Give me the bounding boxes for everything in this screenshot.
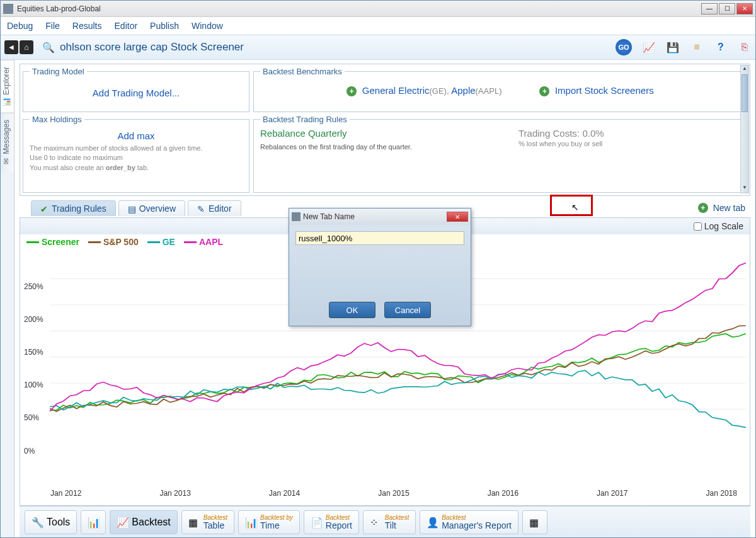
scatter-icon: ⁘ [370, 517, 381, 528]
panel-benchmarks: Backtest Benchmarks + General Electric(G… [253, 67, 747, 112]
legend-trading-rules: Backtest Trading Rules [260, 115, 350, 124]
legend-ge: GE [147, 237, 175, 247]
pencil-icon: ✎ [197, 204, 206, 213]
sidetab-label: Messages [2, 120, 11, 154]
bars-icon: 📊 [245, 517, 256, 528]
tab-overview[interactable]: ▤Overview [118, 200, 185, 216]
table-icon: ▦ [188, 517, 200, 528]
menu-debug[interactable]: Debug [7, 21, 33, 31]
legend-screener: Screener [26, 237, 79, 247]
benchmark-ge[interactable]: General Electric [362, 85, 430, 96]
list-icon[interactable]: ≡ [690, 40, 704, 54]
help-icon[interactable]: ? [714, 40, 728, 54]
legend-aapl: AAPL [184, 237, 223, 247]
benchmark-aapl[interactable]: Apple [451, 85, 475, 96]
report-icon: 📄 [311, 517, 322, 528]
titlebar: Equities Lab-prod-Global — ☐ ✕ [1, 1, 755, 17]
bottom-bar: 🔧Tools 📊 📈Backtest ▦BacktestTable 📊Backt… [20, 506, 750, 537]
minimize-button[interactable]: — [701, 3, 718, 14]
bottom-chart1[interactable]: 📊 [81, 510, 106, 534]
menu-editor[interactable]: Editor [115, 21, 138, 31]
app-icon [3, 4, 13, 14]
plus-icon[interactable]: + [346, 86, 357, 96]
ok-button[interactable]: OK [329, 302, 375, 318]
barchart-icon: 📊 [88, 517, 99, 528]
rebalance-desc: Rebalances on the first trading day of t… [260, 142, 468, 152]
window-title: Equities Lab-prod-Global [17, 4, 701, 13]
benchmark-list: + General Electric(GE), Apple(AAPL) [346, 85, 501, 96]
panel-scrollbar[interactable]: ▲▼ [740, 65, 749, 193]
tab-trading-rules[interactable]: ✔Trading Rules [31, 200, 116, 216]
panel-trading-rules: Backtest Trading Rules Rebalance Quarter… [253, 115, 747, 193]
toolbar-title: ohlson score large cap Stock Screener [60, 41, 616, 54]
bottom-tools[interactable]: 🔧Tools [25, 510, 77, 534]
trading-costs: Trading Costs: 0.0% [518, 128, 604, 139]
cancel-button[interactable]: Cancel [384, 302, 431, 318]
legend-trading-model: Trading Model [30, 67, 87, 76]
dialog-titlebar[interactable]: New Tab Name ✕ [289, 209, 471, 225]
menubar: Debug File Results Editor Publish Window [1, 17, 755, 35]
add-trading-model-link[interactable]: Add Trading Model... [30, 80, 243, 106]
bottom-managers-report[interactable]: 👤BacktestManager's Report [420, 510, 518, 534]
plus-icon: + [698, 203, 708, 213]
bottom-extra[interactable]: ▦ [522, 510, 547, 534]
nav-home-button[interactable]: ⌂ [20, 40, 33, 54]
bottom-table[interactable]: ▦BacktestTable [181, 510, 234, 534]
max-holdings-desc1: The maximum number of stocks allowed at … [30, 144, 243, 153]
wrench-icon: 🔧 [32, 517, 43, 528]
trading-costs-desc: % lost when you buy or sell [518, 139, 604, 149]
dialog-close-button[interactable]: ✕ [447, 212, 468, 222]
check-icon: ✔ [40, 204, 49, 213]
new-tab-button[interactable]: +New tab [698, 203, 745, 213]
chart-icon[interactable]: 📈 [642, 40, 656, 54]
exit-icon[interactable]: ⎘ [738, 40, 752, 54]
sidetab-messages[interactable]: ✉Messages [1, 113, 14, 172]
legend-sp500: S&P 500 [88, 237, 139, 247]
max-holdings-desc3: You must also create an order_by tab. [30, 163, 243, 173]
tab-name-input[interactable] [295, 231, 464, 245]
x-axis: Jan 2012Jan 2013Jan 2014Jan 2015Jan 2016… [20, 488, 750, 501]
add-max-link[interactable]: Add max [30, 128, 243, 144]
cursor-icon: ↖ [571, 202, 579, 212]
screener-icon: 🔍 [41, 42, 56, 53]
legend-max-holdings: Max Holdings [30, 115, 84, 124]
panels: Trading Model Add Trading Model... Max H… [20, 64, 750, 196]
go-button[interactable]: GO [616, 39, 632, 55]
sidetab-label: Explorer [2, 67, 11, 95]
log-scale-checkbox[interactable]: Log Scale [694, 221, 743, 231]
bottom-report[interactable]: 📄BacktestReport [304, 510, 359, 534]
tab-editor[interactable]: ✎Editor [188, 200, 241, 216]
person-icon: 👤 [427, 517, 438, 528]
sidetab-explorer[interactable]: 📊Explorer [1, 60, 14, 113]
nav-back-button[interactable]: ◄ [4, 40, 18, 54]
panel-trading-model: Trading Model Add Trading Model... [23, 67, 249, 112]
legend-benchmarks: Backtest Benchmarks [260, 67, 345, 76]
bottom-time[interactable]: 📊Backtest byTime [238, 510, 300, 534]
menu-file[interactable]: File [45, 21, 60, 31]
new-tab-dialog: New Tab Name ✕ OK Cancel [289, 208, 471, 326]
doc-icon: ▤ [128, 204, 137, 213]
side-tabs: 📊Explorer ✉Messages [1, 60, 14, 537]
toolbar: ◄ ⌂ 🔍 ohlson score large cap Stock Scree… [1, 35, 755, 60]
linechart-icon: 📈 [117, 517, 128, 528]
menu-publish[interactable]: Publish [150, 21, 179, 31]
grid-icon: ▦ [529, 517, 541, 528]
save-icon[interactable]: 💾 [666, 40, 680, 54]
menu-window[interactable]: Window [192, 21, 223, 31]
close-button[interactable]: ✕ [736, 3, 753, 14]
bottom-backtest[interactable]: 📈Backtest [110, 510, 177, 534]
menu-results[interactable]: Results [72, 21, 102, 31]
import-screeners[interactable]: + Import Stock Screeners [539, 85, 653, 96]
bottom-tilt[interactable]: ⁘BacktestTilt [363, 510, 416, 534]
dialog-title: New Tab Name [303, 212, 355, 221]
maximize-button[interactable]: ☐ [719, 3, 735, 14]
dialog-icon [292, 212, 301, 221]
plus-icon: + [539, 86, 549, 96]
rebalance-link[interactable]: Rebalance Quarterly [260, 128, 468, 139]
panel-max-holdings: Max Holdings Add max The maximum number … [23, 115, 249, 193]
max-holdings-desc2: Use 0 to indicate no maximum [30, 153, 243, 163]
